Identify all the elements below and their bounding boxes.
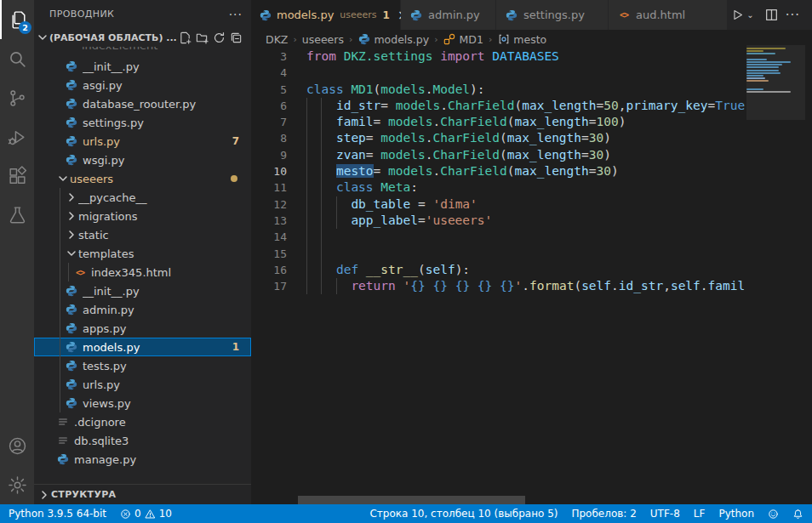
- breadcrumb-mesto[interactable]: mesto: [497, 33, 546, 46]
- tree-item-label: tests.py: [83, 360, 251, 372]
- problems-badge: 1: [232, 341, 239, 353]
- code-text: mesto= models.CharField(max_length=30): [306, 163, 619, 179]
- refresh-icon[interactable]: [210, 29, 227, 46]
- python-file-icon: [65, 153, 78, 167]
- activity-bar-item-account[interactable]: [0, 426, 34, 465]
- code-text: famil= models.CharField(max_length=100): [306, 114, 626, 130]
- eol-status[interactable]: LF: [694, 508, 706, 520]
- breadcrumb-separator: ›: [489, 34, 492, 45]
- tree-item-db-sqlite3[interactable]: db.sqlite3: [34, 431, 251, 450]
- tree-item-label: apps.py: [83, 322, 251, 335]
- python-file-icon: [65, 359, 78, 372]
- breadcrumb-dkz[interactable]: DKZ: [266, 33, 288, 46]
- encoding-status[interactable]: UTF-8: [650, 508, 680, 520]
- breadcrumb-useeers[interactable]: useeers: [302, 33, 344, 46]
- tree-item-wsgi-py[interactable]: wsgi.py: [34, 151, 251, 169]
- sidebar-header: ПРОВОДНИК ···: [34, 0, 251, 28]
- search-icon: [7, 48, 28, 70]
- minimap-slider[interactable]: [746, 45, 805, 120]
- python-file-icon: [65, 378, 78, 391]
- extensions-icon: [7, 166, 28, 187]
- tree-item-asgi-py[interactable]: asgi.py: [34, 76, 251, 94]
- bell-icon[interactable]: [792, 509, 803, 520]
- code-line-14: 14: [251, 229, 746, 245]
- activity-bar-item-run-debug[interactable]: [0, 117, 34, 156]
- activity-bar-item-source-control[interactable]: [0, 78, 34, 117]
- tree-item--dcignore[interactable]: .dcignore: [34, 412, 251, 431]
- workspace-section-header[interactable]: (РАБОЧАЯ ОБЛАСТЬ) ...: [34, 28, 251, 47]
- tree-item-label: __init__.py: [83, 60, 251, 73]
- python-interpreter-status[interactable]: Python 3.9.5 64-bit: [9, 508, 106, 520]
- tree-item-migrations[interactable]: migrations: [34, 207, 251, 225]
- activity-bar-item-explorer[interactable]: 2: [0, 0, 34, 39]
- tree-item--init-py[interactable]: __init__.py: [34, 57, 251, 76]
- tree-item-database-roouter-py[interactable]: database_roouter.py: [34, 94, 251, 113]
- horizontal-scrollbar[interactable]: [298, 496, 525, 504]
- more-actions-button[interactable]: ···: [782, 5, 803, 26]
- code-line-7: 7 famil= models.CharField(max_length=100…: [251, 114, 746, 130]
- tree-item-models-py[interactable]: models.py1: [34, 338, 251, 356]
- tab-admin-py[interactable]: admin.py: [401, 0, 496, 30]
- sidebar-more-actions-icon[interactable]: ···: [229, 8, 243, 21]
- tree-item-settings-py[interactable]: settings.py: [34, 113, 251, 132]
- tree-item-urls-py[interactable]: urls.py: [34, 375, 251, 394]
- tree-item-templates[interactable]: templates: [34, 244, 251, 263]
- gear-icon: [7, 475, 28, 496]
- tab-aud-html[interactable]: <>aud.html: [609, 0, 728, 30]
- activity-bar-item-search[interactable]: [0, 39, 34, 78]
- chevron-down-icon: [56, 172, 70, 185]
- cursor-position-status[interactable]: Строка 10, столбец 10 (выбрано 5): [369, 508, 558, 520]
- new-file-icon[interactable]: [176, 29, 193, 46]
- new-folder-icon[interactable]: [193, 29, 210, 46]
- tree-item--init-py[interactable]: __init__.py: [34, 281, 251, 300]
- python-file-icon: [65, 284, 78, 298]
- code-editor[interactable]: 3from DKZ.settings import DATABASES45cla…: [251, 48, 746, 504]
- html-file-icon: <>: [617, 9, 631, 22]
- problems-status[interactable]: 0 10: [120, 508, 172, 520]
- outline-section-header[interactable]: СТРУКТУРА: [34, 484, 251, 504]
- sidebar-title: ПРОВОДНИК: [49, 9, 229, 20]
- explorer-badge: 2: [19, 21, 31, 34]
- activity-bar-item-testing[interactable]: [0, 196, 34, 235]
- tree-item-views-py[interactable]: views.py: [34, 394, 251, 412]
- code-line-6: 6 id_str= models.CharField(max_length=50…: [251, 98, 746, 114]
- tab-description: useeers: [340, 9, 376, 20]
- tree-item-useeers[interactable]: useeers: [34, 169, 251, 188]
- code-line-8: 8 step= models.CharField(max_length=30): [251, 130, 746, 146]
- indentation-status[interactable]: Пробелов: 2: [571, 508, 636, 520]
- tab-models-py[interactable]: models.pyuseeers1×: [251, 0, 401, 30]
- code-line-9: 9 zvan= models.CharField(max_length=30): [251, 147, 746, 163]
- chevron-right-icon: [65, 209, 78, 223]
- run-python-file-button[interactable]: [730, 5, 745, 26]
- collapse-all-icon[interactable]: [227, 29, 244, 46]
- tree-item-index345-html[interactable]: <>index345.html: [34, 263, 251, 281]
- activity-bar-item-extensions[interactable]: [0, 156, 34, 196]
- tree-item-manage-py[interactable]: manage.py: [34, 450, 251, 469]
- tree-item-static[interactable]: static: [34, 225, 251, 244]
- python-file-icon: [409, 9, 423, 22]
- tree-item-urls-py[interactable]: urls.py7: [34, 132, 251, 151]
- breadcrumb-md1[interactable]: MD1: [443, 33, 483, 46]
- tree-item-label: urls.py: [83, 378, 251, 391]
- split-editor-button[interactable]: [764, 5, 779, 26]
- breadcrumb-models-py[interactable]: models.py: [357, 33, 429, 46]
- tree-item-apps-py[interactable]: apps.py: [34, 319, 251, 338]
- language-mode-status[interactable]: Python: [718, 508, 754, 520]
- indent-guide: [60, 188, 60, 412]
- outline-label: СТРУКТУРА: [51, 489, 116, 500]
- chevron-down-icon[interactable]: ⌄: [746, 10, 753, 20]
- workspace-label: (РАБОЧАЯ ОБЛАСТЬ) ...: [49, 32, 176, 43]
- indent-guide: [68, 263, 69, 281]
- tree-item-admin-py[interactable]: admin.py: [34, 300, 251, 319]
- minimap[interactable]: [746, 45, 805, 504]
- chevron-right-icon: [65, 190, 78, 204]
- activity-bar-item-settings[interactable]: [0, 465, 34, 504]
- tree-item--pycache-[interactable]: __pycache__: [34, 188, 251, 207]
- tree-item-label: __pycache__: [78, 191, 251, 204]
- tab-settings-py[interactable]: settings.py: [496, 0, 609, 30]
- tree-item-label: migrations: [78, 210, 251, 223]
- file-tree: indexElement__init__.pyasgi.pydatabase_r…: [34, 47, 251, 484]
- feedback-icon[interactable]: [768, 509, 779, 520]
- tree-item-tests-py[interactable]: tests.py: [34, 356, 251, 375]
- python-file-icon: [505, 9, 518, 22]
